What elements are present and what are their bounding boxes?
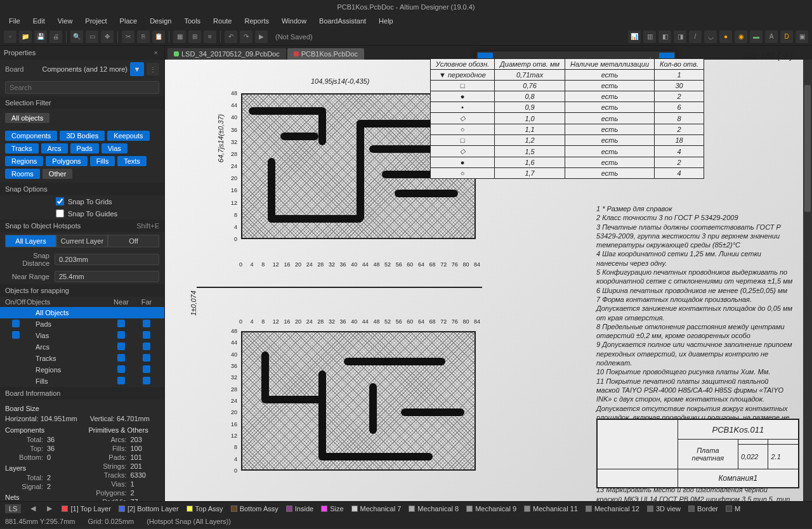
vertical-scrollbar[interactable] <box>803 60 812 501</box>
layer-mechanical-11[interactable]: Mechanical 11 <box>524 505 578 513</box>
snap-row-regions[interactable]: Regions <box>0 364 164 376</box>
tb-save-icon[interactable]: 💾 <box>34 30 47 43</box>
chip-rooms[interactable]: Rooms <box>5 169 40 179</box>
seg-off[interactable]: Off <box>108 235 159 247</box>
tb-snap-icon[interactable]: ⊞ <box>188 30 201 43</box>
chip-all-objects[interactable]: All objects <box>5 113 49 123</box>
scrollbar-thumb[interactable] <box>804 85 811 212</box>
section-board-info[interactable]: Board Information <box>0 387 164 400</box>
chip-arcs[interactable]: Arcs <box>41 143 68 153</box>
layer-ls[interactable]: LS <box>5 504 21 513</box>
snap-row-arcs[interactable]: Arcs <box>0 341 164 353</box>
tb-arc-icon[interactable]: ◡ <box>704 30 717 43</box>
layer-inside[interactable]: Inside <box>286 505 313 513</box>
chip-keepouts[interactable]: Keepouts <box>107 131 149 141</box>
input-snap-distance[interactable]: 0.203mm <box>55 254 159 265</box>
layer-mechanical-8[interactable]: Mechanical 8 <box>409 505 459 513</box>
section-snap-options[interactable]: Snap Options <box>0 183 164 195</box>
layer-size[interactable]: Size <box>321 505 343 513</box>
snap-row-pads[interactable]: Pads <box>0 318 164 330</box>
layer-bottom-assy[interactable]: Bottom Assy <box>231 505 278 513</box>
menu-file[interactable]: File <box>4 16 25 26</box>
tb-copy-icon[interactable]: ⎘ <box>137 30 150 43</box>
chip-texts[interactable]: Texts <box>117 156 147 166</box>
tb-select-icon[interactable]: ▭ <box>86 30 98 43</box>
snap-row-fills[interactable]: Fills <box>0 376 164 387</box>
doc-tab-1[interactable]: LSD_34_20170512_09.PcbDoc <box>167 48 286 60</box>
menu-reports[interactable]: Reports <box>239 16 274 26</box>
panel-close-icon[interactable]: × <box>152 49 160 56</box>
tb-x4-icon[interactable]: ◨ <box>674 30 686 43</box>
tb-grid-icon[interactable]: ▦ <box>173 30 186 43</box>
search-input[interactable] <box>5 81 159 94</box>
cb-snap-guides[interactable] <box>56 209 64 218</box>
filter-menu-icon[interactable]: ⋮ <box>147 63 159 75</box>
menu-help[interactable]: Help <box>374 16 398 26</box>
layer--2--bottom-layer[interactable]: [2] Bottom Layer <box>119 505 179 513</box>
tb-x2-icon[interactable]: ▥ <box>643 30 656 43</box>
tb-comp-icon[interactable]: ▣ <box>796 30 808 43</box>
section-snap-hotspots[interactable]: Snap to Object Hotspots Shift+E <box>0 219 164 232</box>
chip-fills[interactable]: Fills <box>90 156 115 166</box>
snap-row-vias[interactable]: Vias <box>0 330 164 341</box>
tb-run-icon[interactable]: ▶ <box>255 30 268 43</box>
tb-paste-icon[interactable]: 📋 <box>152 30 165 43</box>
menu-bar: File Edit View Project Place Design Tool… <box>0 14 812 28</box>
snap-row-all-objects[interactable]: All Objects <box>0 307 164 318</box>
layer-border[interactable]: Border <box>688 505 718 513</box>
snap-row-tracks[interactable]: Tracks <box>0 353 164 364</box>
cb-snap-grids[interactable] <box>56 197 64 206</box>
layer-3d-view[interactable]: 3D view <box>647 505 681 513</box>
chip-vias[interactable]: Vias <box>102 143 128 153</box>
chip-components[interactable]: Components <box>5 131 57 141</box>
chip-regions[interactable]: Regions <box>5 156 43 166</box>
layer-mechanical-9[interactable]: Mechanical 9 <box>466 505 516 513</box>
input-near-range[interactable]: 25.4mm <box>55 271 159 282</box>
seg-current-layer[interactable]: Current Layer <box>56 235 108 247</box>
menu-project[interactable]: Project <box>80 16 112 26</box>
menu-edit[interactable]: Edit <box>28 16 50 26</box>
pcb-workspace[interactable]: LSD_34_20170512_09.PcbDoc PCB1Kos.PcbDoc… <box>165 46 812 501</box>
tb-zoom-icon[interactable]: 🔍 <box>70 30 83 43</box>
tb-open-icon[interactable]: 📁 <box>19 30 32 43</box>
tb-move-icon[interactable]: ✥ <box>101 30 114 43</box>
chip-other[interactable]: Other <box>43 169 73 179</box>
tb-cut-icon[interactable]: ✂ <box>122 30 134 43</box>
chip-pads[interactable]: Pads <box>70 143 99 153</box>
tb-x1-icon[interactable]: 📊 <box>628 30 641 43</box>
seg-all-layers[interactable]: All Layers <box>5 235 56 247</box>
menu-boardassistant[interactable]: BoardAssistant <box>314 16 371 26</box>
menu-tools[interactable]: Tools <box>179 16 206 26</box>
section-selection-filter[interactable]: Selection Filter <box>0 96 164 109</box>
tb-undo-icon[interactable]: ↶ <box>225 30 237 43</box>
tb-text-icon[interactable]: A <box>765 30 778 43</box>
menu-view[interactable]: View <box>53 16 78 26</box>
layer-mechanical-12[interactable]: Mechanical 12 <box>586 505 639 513</box>
tb-align-icon[interactable]: ≡ <box>204 30 216 43</box>
tb-via-icon[interactable]: ◉ <box>735 30 747 43</box>
doc-tab-2[interactable]: PCB1Kos.PcbDoc <box>287 48 364 60</box>
menu-place[interactable]: Place <box>115 16 143 26</box>
tb-pad-icon[interactable]: ● <box>719 30 732 43</box>
filter-funnel-icon[interactable]: ▼ <box>130 62 144 76</box>
menu-route[interactable]: Route <box>208 16 237 26</box>
layer-m[interactable]: M <box>726 505 740 513</box>
chip-3d-bodies[interactable]: 3D Bodies <box>60 131 105 141</box>
section-objects-snapping[interactable]: Objects for snapping <box>0 284 164 297</box>
tb-dim-icon[interactable]: D <box>780 30 793 43</box>
chip-tracks[interactable]: Tracks <box>5 143 39 153</box>
tb-line-icon[interactable]: / <box>689 30 702 43</box>
layer-mechanical-7[interactable]: Mechanical 7 <box>351 505 402 513</box>
tb-poly-icon[interactable]: ▬ <box>750 30 763 43</box>
tb-new-icon[interactable]: ▫ <box>4 30 16 43</box>
menu-design[interactable]: Design <box>145 16 176 26</box>
menu-window[interactable]: Window <box>277 16 311 26</box>
layer--1--top-layer[interactable]: [1] Top Layer <box>62 505 110 513</box>
layer-prev-icon[interactable]: ◀ <box>29 504 37 513</box>
tb-print-icon[interactable]: 🖨 <box>49 30 62 43</box>
tb-x3-icon[interactable]: ◧ <box>658 30 671 43</box>
chip-polygons[interactable]: Polygons <box>46 156 87 166</box>
tb-redo-icon[interactable]: ↷ <box>240 30 252 43</box>
layer-top-assy[interactable]: Top Assy <box>187 505 223 513</box>
layer-next-icon[interactable]: ▶ <box>45 504 54 513</box>
